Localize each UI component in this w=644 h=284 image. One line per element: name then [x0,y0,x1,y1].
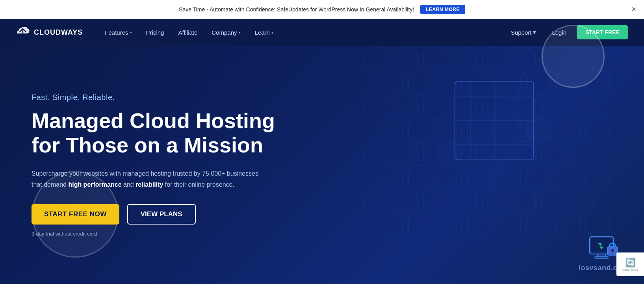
hero-content: Fast. Simple. Reliable. Managed Cloud Ho… [32,93,275,237]
nav-item-pricing[interactable]: Pricing [140,26,171,39]
chevron-down-icon: ▾ [239,30,241,35]
nav-item-features[interactable]: Features ▾ [98,26,138,39]
chevron-down-icon: ▾ [271,30,273,35]
nav-item-learn[interactable]: Learn ▾ [249,26,280,39]
hero-section: Fast. Simple. Reliable. Managed Cloud Ho… [0,46,644,284]
nav-item-affiliate[interactable]: Affiliate [172,26,204,39]
hero-tagline: Fast. Simple. Reliable. [32,93,275,102]
chevron-down-icon: ▾ [533,29,536,36]
logo-text: CLOUDWAYS [34,28,83,37]
login-button[interactable]: Login [546,26,572,39]
nav-links: Features ▾ Pricing Affiliate Company ▾ L… [98,26,505,39]
trial-text: 3-day trial without credit card [32,231,275,237]
svg-marker-0 [364,46,388,73]
hero-buttons: START FREE NOW VIEW PLANS [32,204,275,225]
navbar: CLOUDWAYS Features ▾ Pricing Affiliate C… [0,19,644,46]
nav-item-company[interactable]: Company ▾ [205,26,247,39]
start-free-now-button[interactable]: START FREE NOW [32,204,119,225]
watermark-icon [588,235,619,262]
svg-rect-10 [598,254,605,256]
start-free-button[interactable]: START FREE [577,25,628,39]
logo[interactable]: CLOUDWAYS [16,26,83,39]
recaptcha-icon: 🔄 [625,258,636,268]
chevron-down-icon: ▾ [130,30,132,35]
hero-title: Managed Cloud Hosting for Those on a Mis… [32,108,275,157]
announcement-text: Save Time - Automate with Confidence: Sa… [179,6,414,13]
view-plans-button[interactable]: VIEW PLANS [127,204,196,225]
cta-circle-wrapper: START FREE NOW [32,204,119,225]
support-button[interactable]: Support ▾ [505,26,542,39]
close-announcement-button[interactable]: × [631,5,636,14]
hero-description: Supercharge your websites with managed h… [32,168,268,189]
cloudways-logo-icon [16,26,30,39]
svg-rect-14 [612,251,613,252]
navbar-wrapper: CLOUDWAYS Features ▾ Pricing Affiliate C… [0,19,644,46]
recaptcha-badge: 🔄 reCAPTCHA [616,252,644,276]
recaptcha-text: reCAPTCHA [622,269,638,271]
nav-right: Support ▾ Login START FREE [505,25,628,39]
learn-more-button[interactable]: LEARN MORE [420,5,465,14]
announcement-bar: Save Time - Automate with Confidence: Sa… [0,0,644,19]
svg-rect-11 [595,256,608,258]
hero-decoration-cube [431,65,557,184]
